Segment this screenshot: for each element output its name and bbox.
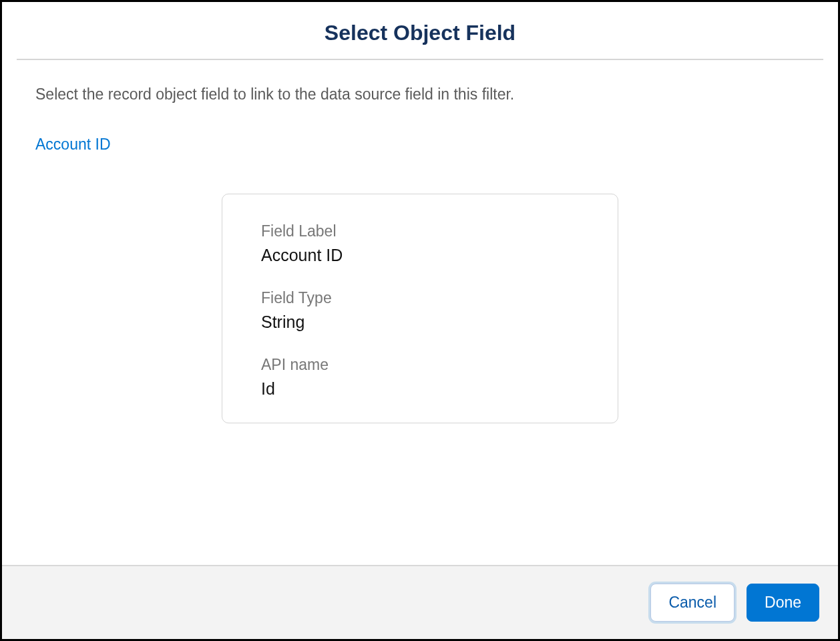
field-label-group: Field Label Account ID — [261, 222, 579, 265]
done-button[interactable]: Done — [747, 584, 819, 622]
field-type-caption: Field Type — [261, 289, 579, 307]
dialog-footer: Cancel Done — [2, 565, 838, 639]
cancel-button[interactable]: Cancel — [650, 584, 734, 622]
api-name-value: Id — [261, 379, 579, 399]
field-label-caption: Field Label — [261, 222, 579, 240]
field-type-value: String — [261, 312, 579, 332]
breadcrumb-link-account-id[interactable]: Account ID — [35, 136, 111, 153]
field-label-value: Account ID — [261, 246, 579, 265]
dialog-header: Select Object Field — [2, 2, 838, 59]
instruction-text: Select the record object field to link t… — [35, 85, 805, 103]
detail-card-wrap: Field Label Account ID Field Type String… — [35, 194, 805, 423]
dialog-title: Select Object Field — [15, 21, 825, 45]
api-name-group: API name Id — [261, 356, 579, 399]
field-detail-card: Field Label Account ID Field Type String… — [222, 194, 618, 423]
breadcrumb: Account ID — [35, 136, 805, 154]
api-name-caption: API name — [261, 356, 579, 374]
dialog-content: Select the record object field to link t… — [2, 60, 838, 565]
field-type-group: Field Type String — [261, 289, 579, 332]
